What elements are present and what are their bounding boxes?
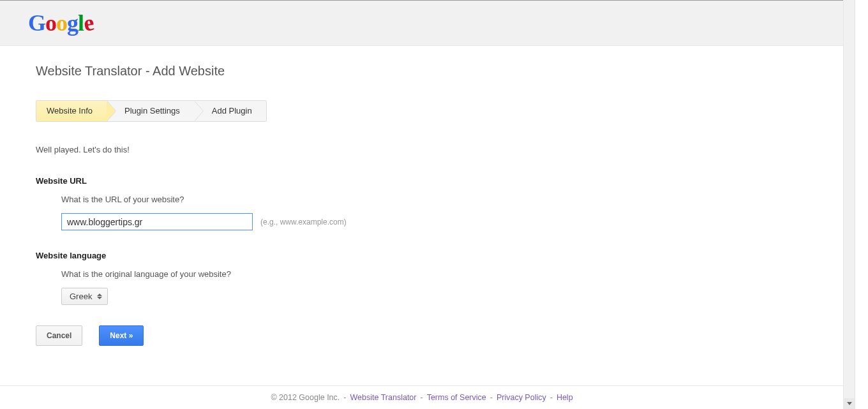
step-label: Website Info xyxy=(47,106,93,115)
step-plugin-settings[interactable]: Plugin Settings xyxy=(107,101,194,121)
button-label: Cancel xyxy=(47,331,71,340)
footer-link-help[interactable]: Help xyxy=(557,393,573,402)
footer-link-privacy[interactable]: Privacy Policy xyxy=(497,393,546,402)
page-title: Website Translator - Add Website xyxy=(36,64,674,78)
language-select[interactable]: Greek xyxy=(61,288,108,305)
lang-heading: Website language xyxy=(36,251,674,260)
website-url-input[interactable] xyxy=(61,213,253,230)
footer-copyright: © 2012 Google Inc. xyxy=(271,393,340,402)
footer-link-terms[interactable]: Terms of Service xyxy=(427,393,486,402)
step-label: Add Plugin xyxy=(212,106,252,115)
sort-icon xyxy=(97,294,102,299)
cancel-button[interactable]: Cancel xyxy=(36,325,82,346)
scrollbar-track[interactable] xyxy=(843,0,855,409)
button-label: Next » xyxy=(110,331,133,340)
footer-link-website-translator[interactable]: Website Translator xyxy=(350,393,416,402)
footer: © 2012 Google Inc. - Website Translator … xyxy=(0,385,844,409)
language-selected-value: Greek xyxy=(70,292,92,301)
scrollbar-down-button[interactable] xyxy=(844,398,855,409)
next-button[interactable]: Next » xyxy=(99,325,144,346)
separator: - xyxy=(343,393,346,402)
step-breadcrumb: Website Info Plugin Settings Add Plugin xyxy=(36,100,267,122)
url-question: What is the URL of your website? xyxy=(61,195,674,204)
lang-question: What is the original language of your we… xyxy=(61,269,674,279)
main-content: Website Translator - Add Website Website… xyxy=(0,46,674,346)
chevron-down-icon xyxy=(847,402,852,405)
url-hint: (e.g., www.example.com) xyxy=(260,218,347,227)
separator: - xyxy=(420,393,423,402)
top-bar: Google xyxy=(0,0,844,46)
intro-text: Well played. Let's do this! xyxy=(36,145,674,154)
step-label: Plugin Settings xyxy=(124,106,180,115)
step-website-info[interactable]: Website Info xyxy=(36,101,107,121)
separator: - xyxy=(550,393,553,402)
step-add-plugin[interactable]: Add Plugin xyxy=(194,101,266,121)
url-heading: Website URL xyxy=(36,176,674,186)
separator: - xyxy=(490,393,493,402)
google-logo[interactable]: Google xyxy=(28,10,93,36)
